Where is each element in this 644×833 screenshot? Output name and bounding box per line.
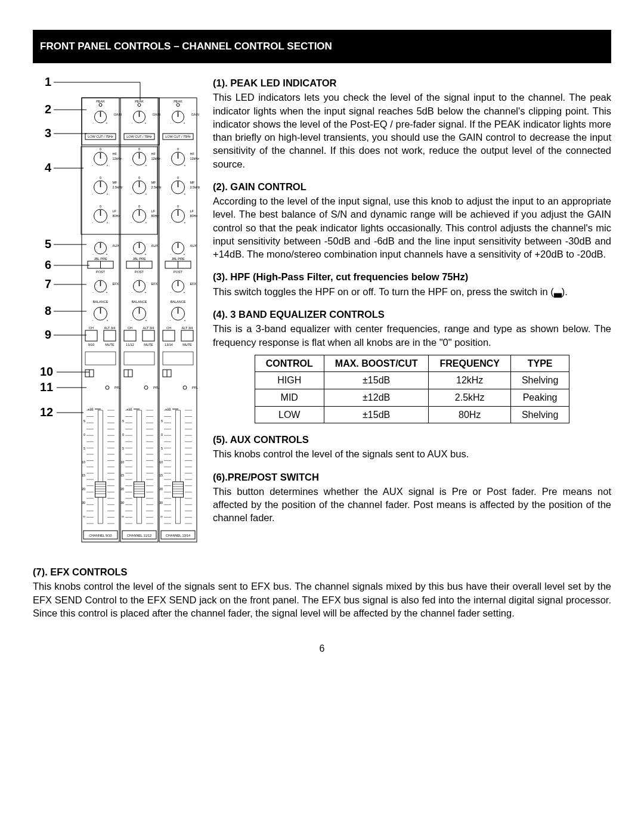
svg-text:0: 0 [177, 205, 179, 208]
svg-point-18 [99, 104, 102, 107]
callout-8: 8 [45, 304, 51, 317]
svg-text:EFX: EFX [113, 282, 119, 286]
svg-text:+: + [145, 121, 147, 125]
svg-text:2.5kHz: 2.5kHz [113, 185, 123, 189]
svg-text:11/12: 11/12 [126, 343, 134, 346]
svg-text:30: 30 [120, 501, 124, 504]
svg-rect-302 [181, 330, 193, 341]
svg-text:GAIN: GAIN [191, 113, 199, 116]
svg-text:20: 20 [82, 487, 85, 491]
svg-text:BALANCE: BALANCE [93, 300, 109, 304]
svg-text:JBL PRE: JBL PRE [132, 257, 145, 261]
svg-point-252 [177, 104, 179, 107]
svg-text:10: 10 [159, 460, 163, 464]
svg-text:30: 30 [159, 501, 163, 504]
svg-text:0: 0 [177, 176, 179, 179]
svg-text:-: - [170, 192, 171, 196]
svg-text:0: 0 [161, 433, 163, 436]
svg-text:9/10: 9/10 [88, 343, 95, 346]
section-2-title: (2). GAIN CONTROL [213, 180, 611, 193]
section-2-body: According to the level of the input sign… [213, 194, 611, 261]
svg-text:12kHz: 12kHz [190, 157, 200, 160]
svg-rect-80 [98, 410, 103, 524]
cell: ±15dB [324, 372, 429, 389]
svg-text:5: 5 [161, 447, 163, 450]
svg-text:15: 15 [159, 473, 163, 477]
svg-text:HF: HF [190, 152, 195, 156]
svg-text:PFL: PFL [192, 386, 198, 389]
svg-text:15: 15 [120, 473, 124, 477]
svg-text:+: + [107, 192, 109, 196]
svg-text:MF: MF [113, 181, 118, 184]
svg-text:-: - [131, 221, 132, 224]
svg-text:+: + [184, 121, 185, 125]
svg-text:0: 0 [138, 205, 140, 208]
svg-text:JBL PRE: JBL PRE [94, 257, 107, 261]
section-6-title: (6).PRE/POST SWITCH [213, 470, 611, 484]
svg-text:-: - [131, 192, 132, 196]
callout-1: 1 [45, 76, 51, 88]
svg-text:0: 0 [122, 433, 124, 436]
svg-point-310 [183, 386, 187, 389]
callout-5: 5 [45, 237, 51, 250]
svg-text:ALT 3/4: ALT 3/4 [143, 326, 154, 330]
svg-text:+: + [184, 221, 186, 224]
svg-text:-: - [131, 318, 132, 322]
svg-text:+: + [145, 318, 147, 322]
svg-text:CH: CH [166, 326, 171, 330]
svg-text:+: + [145, 252, 147, 256]
svg-text:CHANNEL 9/10: CHANNEL 9/10 [89, 534, 112, 537]
svg-text:CH: CH [89, 326, 94, 330]
svg-text:-: - [132, 290, 133, 294]
cell: Shelving [510, 406, 569, 423]
svg-text:12kHz: 12kHz [151, 157, 161, 160]
section-3-title: (3). HPF (High-Pass Filter, cut frequenc… [213, 270, 611, 283]
svg-text:-: - [170, 221, 171, 224]
cell: 12kHz [429, 372, 510, 389]
svg-text:HF: HF [113, 152, 117, 156]
svg-text:+: + [106, 121, 108, 125]
svg-text:80Hz: 80Hz [151, 214, 159, 218]
svg-rect-185 [143, 330, 154, 341]
svg-text:MF: MF [151, 181, 157, 184]
svg-text:+: + [107, 163, 109, 167]
svg-text:0: 0 [100, 205, 101, 208]
svg-text:+: + [145, 221, 147, 224]
svg-text:LOW CUT / 75Hz: LOW CUT / 75Hz [126, 135, 152, 138]
svg-text:0: 0 [177, 147, 179, 151]
svg-text:MF: MF [190, 181, 196, 184]
svg-text:5: 5 [122, 447, 124, 450]
callout-9: 9 [45, 328, 51, 341]
section-header: FRONT PANEL CONTROLS – CHANNEL CONTROL S… [33, 30, 611, 63]
svg-text:5: 5 [83, 419, 85, 423]
eq-th-freq: FREQUENCY [429, 355, 510, 372]
svg-text:20: 20 [120, 487, 124, 491]
svg-text:-: - [92, 318, 94, 322]
eq-th-type: TYPE [510, 355, 569, 372]
svg-text:+: + [184, 252, 185, 256]
svg-point-76 [106, 386, 109, 389]
callout-3: 3 [45, 126, 51, 140]
svg-text:EFX: EFX [151, 282, 158, 286]
cell: Shelving [510, 372, 569, 389]
svg-rect-190 [124, 352, 154, 365]
svg-text:LF: LF [151, 209, 156, 213]
cell: Peaking [510, 389, 569, 406]
svg-text:AUX: AUX [113, 244, 120, 247]
svg-text:AUX: AUX [190, 244, 197, 247]
svg-text:+: + [184, 163, 186, 167]
svg-text:CH: CH [128, 326, 132, 330]
svg-text:-: - [93, 121, 94, 125]
section-4-body: This is a 3-band equalizer with center f… [213, 322, 611, 349]
svg-text:PFL: PFL [153, 386, 159, 389]
svg-text:-: - [171, 121, 172, 125]
svg-text:0: 0 [83, 433, 85, 436]
section-1-body: This LED indicators lets you check the l… [213, 91, 611, 171]
svg-text:-: - [171, 252, 172, 256]
svg-text:-: - [93, 252, 94, 256]
callout-4: 4 [45, 161, 52, 174]
callout-7: 7 [45, 277, 51, 290]
svg-rect-73 [85, 352, 116, 365]
svg-text:+: + [184, 192, 186, 196]
svg-text:POST: POST [96, 270, 106, 274]
